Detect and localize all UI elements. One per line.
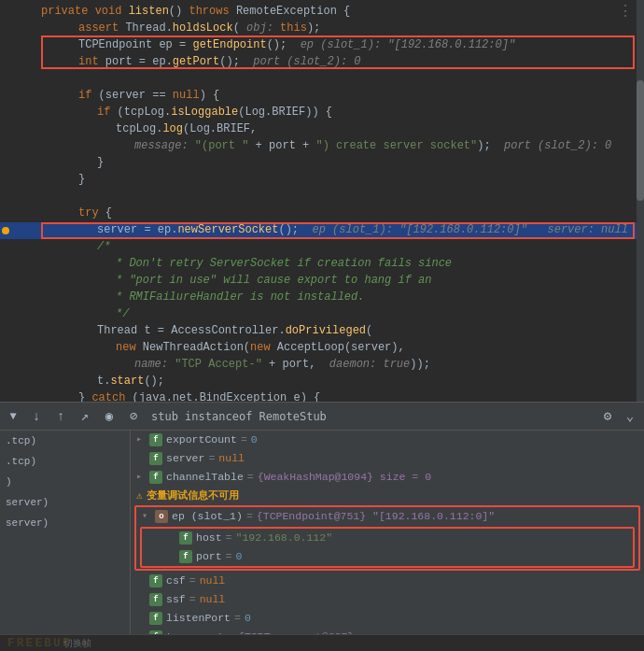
var-warning-label: ⚠ 变量调试信息不可用 <box>131 487 644 504</box>
var-row-ssf[interactable]: f ssf = null <box>131 590 644 609</box>
var-row-host[interactable]: f host = "192.168.0.112" <box>142 529 633 547</box>
code-line: try { <box>0 205 644 222</box>
code-line <box>0 71 644 88</box>
more-options-icon[interactable]: ⋮ <box>618 2 633 21</box>
code-line: * Don't retry ServerSocket if creation f… <box>0 256 644 273</box>
var-row-ep[interactable]: ▾ o ep (slot_1) = {TCPEndpoint@751} "[19… <box>136 507 638 526</box>
var-row-listenPort[interactable]: f listenPort = 0 <box>131 609 644 628</box>
code-line: if (tcpLog.isLoggable(Log.BRIEF)) { <box>0 105 644 121</box>
scrollbar-thumb[interactable] <box>637 80 644 201</box>
watermark: FREEBUF <box>7 636 72 650</box>
code-line: new NewThreadAction(new AcceptLoop(serve… <box>0 340 644 357</box>
record-icon[interactable]: ◉ <box>99 406 119 427</box>
code-line: */ <box>0 306 644 323</box>
field-icon: f <box>179 550 192 563</box>
code-line: if (server == null) { <box>0 88 644 105</box>
filter-icon[interactable]: ▼ <box>4 407 22 426</box>
code-line-port: int port = ep.getPort(); port (slot_2): … <box>0 54 644 71</box>
var-row-ep-container: ▾ o ep (slot_1) = {TCPEndpoint@751} "[19… <box>134 505 640 571</box>
var-row-exportCount[interactable]: ▸ f exportCount = 0 <box>131 431 644 449</box>
code-line-ep: TCPEndpoint ep = getEndpoint(); ep (slot… <box>0 37 644 54</box>
code-line: } <box>0 155 644 172</box>
code-line: * RMIFailureHandler is not installed. <box>0 290 644 306</box>
stack-frame[interactable]: ) <box>0 472 130 492</box>
var-row-port[interactable]: f port = 0 <box>142 547 633 566</box>
step-out-icon[interactable]: ↗ <box>75 406 95 427</box>
code-line: Thread t = AccessController.doPrivileged… <box>0 323 644 340</box>
field-icon: f <box>149 612 162 625</box>
step-down-icon[interactable]: ↓ <box>26 406 47 427</box>
code-line: t.start(); <box>0 374 644 390</box>
exec-indicator <box>2 227 9 234</box>
debug-right-icons: ⚙ ⌄ <box>597 406 640 427</box>
stack-frame[interactable]: .tcp) <box>0 451 130 472</box>
variables-pane: ▸ f exportCount = 0 f server = null ▸ <box>131 431 644 651</box>
var-row-server[interactable]: f server = null <box>131 449 644 468</box>
stack-frame[interactable]: server) <box>0 513 130 533</box>
code-line: name: "TCP Accept-" + port, daemon: true… <box>0 357 644 374</box>
code-line-catch1: } catch (java.net.BindException e) { <box>0 390 644 402</box>
code-line: /* <box>0 239 644 256</box>
var-row-channelTable[interactable]: ▸ f channelTable = {WeakHashMap@1094} si… <box>131 468 644 487</box>
settings-icon[interactable]: ⚙ <box>597 406 618 427</box>
debug-panel: ▼ ↓ ↑ ↗ ◉ ⊘ stub instanceof RemoteStub ⚙… <box>0 402 644 651</box>
field-icon: f <box>149 593 162 606</box>
stack-frame[interactable]: server) <box>0 492 130 513</box>
debug-sidebar: .tcp) .tcp) ) server) server) <box>0 431 131 651</box>
var-row-host-port-container: f host = "192.168.0.112" f port = <box>140 527 635 568</box>
code-line: assert Thread.holdsLock( obj: this); <box>0 21 644 37</box>
code-line: } <box>0 172 644 189</box>
cancel-icon[interactable]: ⊘ <box>123 406 144 427</box>
expand-icon[interactable]: ⌄ <box>620 406 640 427</box>
debug-content: .tcp) .tcp) ) server) server) ▸ f export… <box>0 431 644 651</box>
code-line: message: "(port " + port + ") create ser… <box>0 138 644 155</box>
field-icon: f <box>149 452 162 465</box>
stub-label: stub instanceof RemoteStub <box>151 410 594 423</box>
field-icon: f <box>149 433 162 446</box>
field-icon: f <box>149 471 162 484</box>
code-editor: private void listen() throws RemoteExcep… <box>0 0 644 402</box>
var-row-csf[interactable]: f csf = null <box>131 572 644 590</box>
code-line <box>0 189 644 205</box>
bottom-bar: FREEBUF 切换帧 <box>0 634 644 651</box>
code-line: * "port in use" will cause export to han… <box>0 273 644 290</box>
stack-frame[interactable]: .tcp) <box>0 431 130 451</box>
code-line: tcpLog.log(Log.BRIEF, <box>0 121 644 138</box>
object-icon: o <box>155 510 168 523</box>
exec-line: server = ep.newServerSocket(); ep (slot_… <box>0 222 644 239</box>
field-icon: f <box>149 574 162 587</box>
field-icon: f <box>179 531 192 545</box>
step-up-icon[interactable]: ↑ <box>50 406 71 427</box>
debug-toolbar: ▼ ↓ ↑ ↗ ◉ ⊘ stub instanceof RemoteStub ⚙… <box>0 403 644 431</box>
editor-scrollbar[interactable] <box>637 0 644 402</box>
code-line: private void listen() throws RemoteExcep… <box>0 4 644 21</box>
